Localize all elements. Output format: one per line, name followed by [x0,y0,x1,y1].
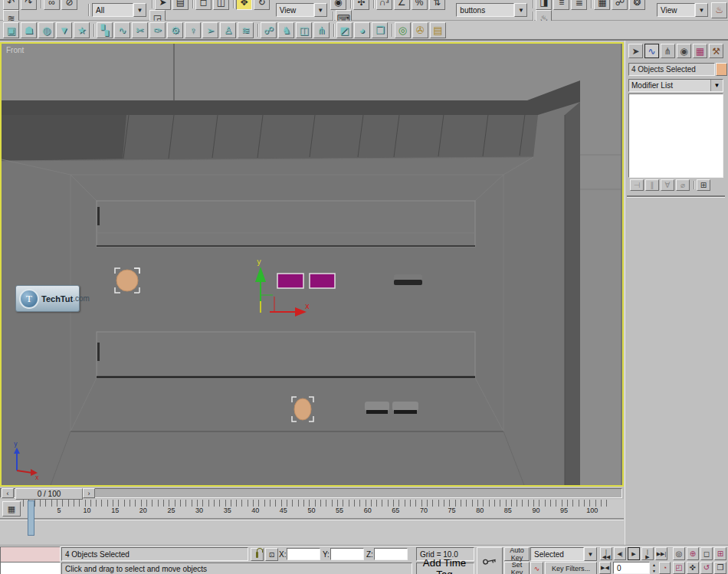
mirror-icon[interactable]: ◨ [536,0,552,10]
zoom-icon[interactable]: ◎ [673,547,685,560]
frame-spinner[interactable]: ▲ ▼ [651,562,657,574]
dropdown-arrow-icon[interactable]: ▼ [710,80,723,91]
time-next-button[interactable]: › [83,488,95,498]
configure-modifier-sets-icon[interactable]: ⊞ [697,179,710,191]
select-and-link-icon[interactable]: ∞ [44,0,60,10]
extras-window-icon[interactable]: ❐ [372,22,388,38]
region-zoom-icon[interactable]: ◰ [673,562,685,574]
window-crossing-icon[interactable]: ◫ [213,0,229,10]
sofa-object-2[interactable] [365,402,389,414]
time-config-icon[interactable]: ◔ [659,562,671,574]
snap-toggle-icon[interactable]: ∩³ [376,0,392,10]
extras-waves-icon[interactable]: ≋ [238,22,254,38]
tab-hierarchy[interactable]: ⋔ [661,44,675,58]
use-pivot-center-icon[interactable]: ◉ [330,0,346,10]
goto-start-icon[interactable]: |◀◀ [600,547,612,560]
zoom-extents-all-icon[interactable]: ⊞ [714,547,726,560]
extras-star-icon[interactable]: ★ [74,22,90,38]
percent-snap-icon[interactable]: % [412,0,428,10]
sphere-object-1[interactable] [115,268,139,293]
time-prev-button[interactable]: ‹ [2,488,14,498]
extras-material-cloth-icon[interactable]: ◩ [336,22,353,38]
absolute-offset-toggle-icon[interactable]: ⊡ [265,548,278,561]
dropdown-arrow-icon[interactable]: ▼ [133,3,146,17]
zoom-all-icon[interactable]: ⊕ [687,547,699,560]
extras-sphere-icon[interactable]: ◍ [38,22,54,38]
prev-frame-icon[interactable]: ◀| [614,547,626,560]
extras-door-icon[interactable]: ◫ [296,22,312,38]
time-slider-handle[interactable]: 0 / 100 [15,488,83,500]
pin-stack-icon[interactable]: ⊣ [630,179,644,191]
extras-spindle-icon[interactable]: ▼ [56,22,72,38]
extras-gear-icon[interactable]: ⚙ [167,22,183,38]
extras-material-sphere-icon[interactable]: ◕ [354,22,370,38]
arc-rotate-icon[interactable]: ↺ [700,562,713,574]
spinner-down-icon[interactable]: ▼ [651,568,657,574]
select-and-move-icon[interactable]: ✥ [236,0,252,10]
dropdown-arrow-icon[interactable]: ▼ [314,3,327,17]
extras-skeleton-icon[interactable]: ♞ [278,22,294,38]
auto-key-button[interactable]: Auto Key [504,547,530,561]
current-frame-input[interactable]: 0 [613,562,650,574]
pan-icon[interactable]: ✜ [687,562,699,574]
object-color-swatch[interactable] [716,63,727,76]
tab-motion[interactable]: ◉ [677,44,691,58]
select-by-name-icon[interactable]: ▤ [172,0,189,10]
front-viewport[interactable]: Front [0,42,624,487]
next-frame-icon[interactable]: |▶ [641,547,654,560]
default-tangent-icon[interactable]: ∿ [530,562,543,574]
schematic-view-icon[interactable]: ☍ [612,0,628,10]
remove-modifier-icon[interactable]: ⌀ [676,179,690,191]
redo-icon[interactable]: ↷ [21,0,37,10]
render-preset-dropdown[interactable]: View ▼ [657,3,708,17]
spinner-up-icon[interactable]: ▲ [651,562,657,568]
zoom-extents-icon[interactable]: ◻ [700,547,713,560]
tab-display[interactable]: ▦ [693,44,707,58]
sphere-object-2[interactable] [292,397,313,421]
show-end-result-icon[interactable]: ∥ [645,179,659,191]
object-name-field[interactable]: 4 Objects Selected [628,63,715,76]
key-filters-button[interactable]: Key Filters... [545,562,597,574]
box-object-2[interactable] [310,274,335,288]
unlink-selection-icon[interactable]: ⊘ [61,0,77,10]
maxscript-mini-listener-top[interactable] [0,546,61,563]
reference-coordinate-dropdown[interactable]: View ▼ [276,3,327,17]
set-key-button[interactable]: Set Key [504,562,530,574]
extras-knife-icon[interactable]: ✂ [132,22,148,38]
track-bar[interactable]: ▦ 05101520253035404550556065707580859095… [0,500,624,519]
minmax-toggle-icon[interactable]: ❐ [714,562,726,574]
extras-plane-icon[interactable]: ➢ [202,22,218,38]
curve-editor-icon[interactable]: ▦ [594,0,610,10]
extras-zoom-icon[interactable]: ◎ [395,22,411,38]
set-key-mode-key-icon[interactable] [477,547,503,574]
extras-ik-chain-icon[interactable]: ☍ [261,22,277,38]
dropdown-arrow-icon[interactable]: ▼ [514,3,527,17]
extras-cloth-icon[interactable]: ☗ [21,22,37,38]
extras-bones-icon[interactable]: ⋔ [313,22,330,38]
play-icon[interactable]: ▶ [628,547,640,560]
add-time-tag-button[interactable]: Add Time Tag [416,563,474,574]
selection-filter-dropdown[interactable]: All ▼ [92,3,146,17]
key-mode-dropdown[interactable]: Selected ▼ [530,547,597,561]
tab-modify[interactable]: ∿ [644,44,659,58]
quick-render-icon[interactable]: ♨ [711,2,727,18]
make-unique-icon[interactable]: ∀ [661,179,674,191]
current-frame-handle[interactable] [28,500,34,536]
sofa-object-3[interactable] [392,402,418,414]
modifier-stack-list[interactable] [628,93,723,178]
viewport-label[interactable]: Front [6,46,24,54]
goto-end-icon[interactable]: ▶▶| [655,547,667,560]
tab-utilities[interactable]: ⚒ [709,44,723,58]
material-editor-icon[interactable]: ❂ [629,0,645,10]
modifier-list-dropdown[interactable]: Modifier List ▼ [628,79,723,92]
maxscript-mini-listener-bottom[interactable] [0,562,61,574]
extras-film-icon[interactable]: ▤ [430,22,446,38]
sofa-object-1[interactable] [394,274,422,285]
extras-tool-icon[interactable]: ✑ [149,22,166,38]
extras-checker-icon[interactable]: ▚ [97,22,113,38]
align-icon[interactable]: ≡ [553,0,569,10]
z-coord-input[interactable] [374,548,408,560]
select-and-manipulate-icon[interactable]: ✣ [353,0,369,10]
layer-manager-icon[interactable]: ≣ [571,0,587,10]
extras-spline-icon[interactable]: ∿ [114,22,130,38]
